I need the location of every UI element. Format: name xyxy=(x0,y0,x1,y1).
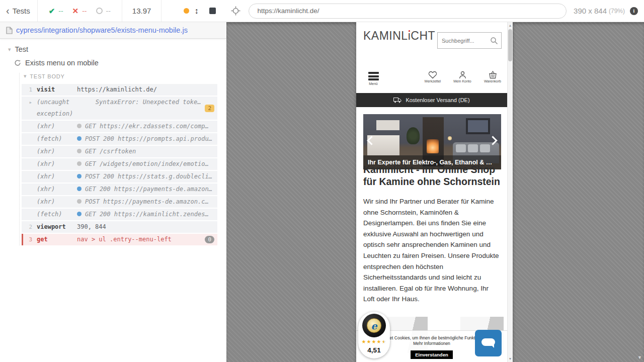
request-status-dot-icon xyxy=(77,212,82,216)
free-shipping-banner: Kostenloser Versand (DE) xyxy=(356,93,507,107)
attempt-block: ▾ TEST BODY 1 visit https://kaminlicht.d… xyxy=(19,73,217,245)
wishlist-label: Merkzettel xyxy=(425,79,441,83)
spec-path-link[interactable]: cypress/integration/shopware5/exists-men… xyxy=(16,26,188,34)
command-message: nav > ul .entry--menu-left xyxy=(77,234,201,245)
chat-button[interactable] xyxy=(475,330,502,356)
command-method: (xhr) xyxy=(37,196,77,208)
command-method: (xhr) xyxy=(37,121,77,132)
command-method: visit xyxy=(37,84,77,96)
command-method: (fetch) xyxy=(37,133,77,145)
command-message: GET /widgets/emotion/index/emotio… xyxy=(77,158,214,170)
url-input[interactable] xyxy=(249,4,567,19)
command-log-panel: cypress/integration/shopware5/exists-men… xyxy=(0,22,226,362)
viewport-info-icon[interactable]: i xyxy=(630,7,638,15)
command-message: GET 200 https://kaminlicht.zendes… xyxy=(77,209,214,220)
command-message: POST 200 https://stats.g.doubleclick.net… xyxy=(77,171,214,183)
command-row[interactable]: (xhr) POST 200 https://stats.g.doublecli… xyxy=(22,171,217,183)
suite-block: ▾ Test Exists menu on mobile ▾ TEST BODY… xyxy=(0,39,226,245)
rating-stars-icon: ★★★★★ xyxy=(358,339,390,345)
cart-button[interactable]: Warenkorb xyxy=(482,71,503,83)
orange-dot-icon xyxy=(184,8,189,14)
viewport-size-label: 390 x 844 xyxy=(574,7,607,15)
command-message: GET /csrftoken xyxy=(77,146,214,157)
command-method: viewport xyxy=(37,221,77,233)
command-row[interactable]: 1 visit https://kaminlicht.de/ xyxy=(22,84,217,96)
account-label: Mein Konto xyxy=(453,79,471,83)
banner-text: Kostenloser Versand (DE) xyxy=(406,97,469,103)
trusted-shops-seal-icon: e xyxy=(362,314,386,337)
search-icon[interactable] xyxy=(490,37,498,45)
wishlist-button[interactable]: Merkzettel xyxy=(423,71,443,83)
command-message: 390, 844 xyxy=(77,221,214,233)
chat-bubble-icon xyxy=(481,338,495,346)
check-icon: ✔ xyxy=(49,7,55,16)
scroll-down-icon[interactable]: ▼ xyxy=(508,357,513,360)
search-box xyxy=(437,32,502,49)
test-duration: 13.97 xyxy=(122,0,162,22)
command-row[interactable]: 2 viewport 390, 844 xyxy=(22,221,217,233)
command-row[interactable]: ▸ (uncaught exception) SyntaxError: Unex… xyxy=(22,97,217,120)
menu-button[interactable]: Menü xyxy=(366,72,380,85)
command-row[interactable]: (fetch) POST 200 https://prompts.api.pro… xyxy=(22,133,217,145)
command-row[interactable]: (xhr) GET https://ekr.zdassets.com/comp… xyxy=(22,121,217,132)
search-input[interactable] xyxy=(438,33,488,48)
request-status-dot-icon xyxy=(77,124,82,128)
command-list: 1 visit https://kaminlicht.de/ ▸ (uncaug… xyxy=(22,84,217,245)
test-title-row[interactable]: Exists menu on mobile xyxy=(14,59,226,67)
section-label: TEST BODY xyxy=(30,73,64,79)
running-refresh-icon xyxy=(14,59,21,66)
command-row[interactable]: (xhr) GET 200 https://payments-de.amazon… xyxy=(22,184,217,195)
test-body-section-header[interactable]: ▾ TEST BODY xyxy=(22,73,217,79)
stat-pending: -- xyxy=(96,7,111,15)
pending-count: -- xyxy=(106,7,111,15)
aut-scrollbar[interactable]: ▲ ▼ xyxy=(507,22,513,362)
expander-caret-icon[interactable]: ▸ xyxy=(22,97,37,108)
scrollbar-thumb[interactable] xyxy=(508,29,512,61)
command-message: SyntaxError: Unexpected toke… xyxy=(77,97,201,108)
request-status-dot-icon xyxy=(77,161,82,166)
suite-title-row[interactable]: ▾ Test xyxy=(8,45,226,53)
cookie-more-info-link[interactable]: Mehr Informationen xyxy=(413,341,450,346)
request-status-dot-icon xyxy=(77,149,82,153)
heart-icon xyxy=(428,71,437,79)
command-row[interactable]: (fetch) GET 200 https://kaminlicht.zende… xyxy=(22,209,217,220)
request-status-dot-icon xyxy=(77,174,82,178)
command-message: https://kaminlicht.de/ xyxy=(77,84,214,96)
crosshair-icon xyxy=(231,6,240,16)
command-method: (xhr) xyxy=(37,171,77,183)
suite-title: Test xyxy=(15,45,29,53)
caret-down-icon: ▾ xyxy=(8,46,11,53)
auto-scroll-toggle[interactable]: ↕ xyxy=(184,7,198,16)
scroll-up-icon[interactable]: ▲ xyxy=(508,24,513,27)
up-down-arrow-icon: ↕ xyxy=(194,7,198,16)
x-icon: ✕ xyxy=(72,7,79,16)
command-number: 1 xyxy=(22,84,37,96)
mobile-nav: Menü Merkzettel Mein Konto Warenkorb xyxy=(356,70,507,90)
selector-playground-button[interactable] xyxy=(231,6,240,16)
command-message: POST 200 https://prompts.api.production.… xyxy=(77,133,214,145)
passed-count: -- xyxy=(58,7,63,15)
command-row[interactable]: (xhr) GET /widgets/emotion/index/emotio… xyxy=(22,158,217,170)
command-row[interactable]: (xhr) GET /csrftoken xyxy=(22,146,217,157)
basket-icon xyxy=(489,71,497,79)
menu-label: Menü xyxy=(369,82,378,85)
stat-failed: ✕ -- xyxy=(72,7,87,16)
stop-button[interactable] xyxy=(209,8,216,14)
back-to-tests-button[interactable]: ‹ Tests xyxy=(0,0,38,22)
account-button[interactable]: Mein Konto xyxy=(452,71,473,83)
command-method: (xhr) xyxy=(37,146,77,157)
test-title: Exists menu on mobile xyxy=(25,59,99,67)
command-message: POST https://payments-de.amazon.c… xyxy=(77,196,214,208)
kaminlicht-logo[interactable]: KAMINLiCHT xyxy=(363,29,435,43)
command-method: (fetch) xyxy=(37,209,77,220)
pending-circle-icon xyxy=(96,8,103,14)
aut-iframe: KAMINLiCHT Menü Merkzettel Mein Konto xyxy=(356,22,513,362)
command-number: 2 xyxy=(22,221,37,233)
cookie-accept-button[interactable]: Einverstanden xyxy=(411,350,452,359)
caret-down-icon: ▾ xyxy=(24,73,27,79)
command-row[interactable]: (xhr) POST https://payments-de.amazon.c… xyxy=(22,196,217,208)
scroll-down-icon[interactable]: ▼ xyxy=(637,355,642,360)
command-row-failed[interactable]: 3 get nav > ul .entry--menu-left 0 xyxy=(22,234,217,245)
page-title: Kaminlicht - Ihr Online Shop für Kamine … xyxy=(363,164,503,188)
trusted-shops-widget[interactable]: e ★★★★★ 4,51 xyxy=(358,312,390,358)
